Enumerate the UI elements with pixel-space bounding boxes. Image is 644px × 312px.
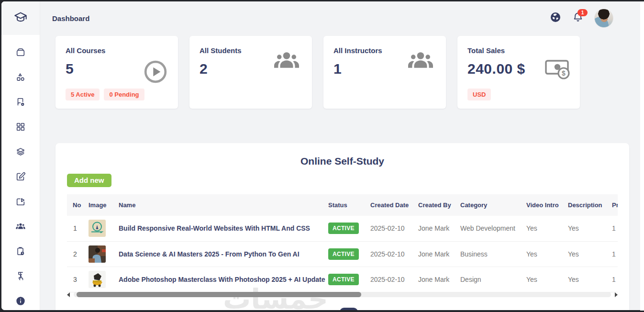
panel-title: Online Self-Study	[56, 156, 629, 167]
created-date: 2025-02-10	[367, 216, 415, 241]
video-intro: Yes	[523, 241, 565, 267]
course-name-link[interactable]: Adobe Photoshop Masterclass With Photosh…	[116, 267, 325, 292]
price: 1	[609, 216, 618, 241]
browser-scrollbar[interactable]	[640, 1, 644, 311]
card-all-courses: All Courses 5 5 Active 0 Pending	[56, 36, 178, 109]
col-description: Description	[565, 194, 609, 216]
apps-grid-icon	[15, 122, 26, 134]
scroll-left-arrow[interactable]	[67, 292, 70, 297]
users-group-icon	[406, 49, 435, 75]
user-avatar[interactable]	[594, 9, 613, 28]
active-count-badge: 5 Active	[66, 89, 100, 100]
sidebar-item-share[interactable]	[14, 197, 27, 208]
horizontal-scrollbar	[67, 291, 618, 298]
bookmark-video-icon	[15, 97, 26, 109]
page-title: Dashboard	[52, 14, 89, 22]
app-window: Dashboard 1 All Courses 5 5 Active 0 P	[0, 0, 642, 312]
card-all-students: All Students 2	[189, 36, 312, 109]
svg-text:$: $	[562, 69, 566, 77]
created-date: 2025-02-10	[367, 241, 415, 267]
video-intro: Yes	[523, 216, 565, 241]
share-icon	[15, 196, 26, 209]
sidebar-nav	[1, 35, 40, 307]
status-badge: ACTIVE	[328, 223, 359, 234]
header-actions: 1	[549, 9, 638, 28]
add-new-button[interactable]: Add new	[67, 174, 111, 187]
courses-table: No Image Name Status Created Date Create…	[67, 194, 618, 292]
card-all-instructors: All Instructors 1	[323, 36, 446, 109]
sidebar-item-categories[interactable]	[14, 73, 27, 83]
sidebar-item-reports[interactable]	[14, 247, 27, 257]
description: Yes	[565, 241, 609, 267]
courses-panel: Online Self-Study Add new No Image Name …	[56, 143, 629, 310]
col-status: Status	[325, 194, 367, 216]
sidebar-item-edit[interactable]	[14, 172, 27, 183]
sidebar-item-modules[interactable]	[14, 123, 27, 133]
row-number: 2	[67, 241, 86, 267]
globe-icon	[550, 11, 561, 25]
card-title: All Courses	[66, 46, 168, 55]
card-total-sales: Total Sales 240.00 $ USD $	[457, 36, 580, 109]
col-video-intro: Video Intro	[523, 194, 565, 216]
app-logo[interactable]	[1, 1, 40, 35]
bottom-partial-button[interactable]	[340, 308, 358, 310]
course-name-link[interactable]: Data Science & AI Masters 2025 - From Py…	[116, 241, 325, 267]
created-by: Jone Mark	[415, 267, 457, 292]
status-badge: ACTIVE	[328, 248, 359, 260]
col-image: Image	[86, 194, 116, 216]
notifications-button[interactable]: 1	[572, 12, 584, 24]
row-number: 1	[67, 216, 86, 241]
description: Yes	[565, 216, 609, 241]
course-thumbnail	[89, 220, 106, 237]
currency-badge: USD	[467, 89, 491, 100]
sidebar-item-info[interactable]	[14, 297, 27, 307]
course-thumbnail	[89, 271, 106, 288]
created-date: 2025-02-10	[367, 267, 415, 292]
shapes-icon	[15, 72, 26, 84]
top-header: Dashboard 1	[40, 1, 638, 35]
sidebar-item-students[interactable]	[14, 222, 27, 233]
price: 1	[609, 267, 618, 292]
scrollbar-track[interactable]	[74, 292, 611, 297]
clipboard-clock-icon	[15, 246, 26, 258]
users-icon	[15, 221, 26, 234]
col-no: No	[67, 194, 86, 216]
category: Web Development	[457, 216, 523, 241]
archive-box-icon	[15, 47, 26, 59]
col-category: Category	[457, 194, 523, 216]
table-row: 2 Data Science & AI Masters 2025 - From …	[67, 241, 618, 267]
sidebar-item-levels[interactable]	[14, 147, 27, 158]
graduation-cap-icon	[14, 11, 27, 26]
created-by: Jone Mark	[415, 216, 457, 241]
course-name-link[interactable]: Build Responsive Real-World Websites Wit…	[116, 216, 325, 241]
scroll-right-arrow[interactable]	[615, 292, 618, 297]
money-banknote-icon: $	[544, 58, 571, 83]
scrollbar-thumb[interactable]	[77, 292, 361, 297]
table-header-row: No Image Name Status Created Date Create…	[67, 194, 618, 216]
sidebar-item-media[interactable]	[14, 98, 27, 108]
language-globe-button[interactable]	[549, 12, 562, 24]
table-row: 3 Adobe Photoshop Masterclass With Photo…	[67, 267, 618, 292]
video-intro: Yes	[523, 267, 565, 292]
play-circle-icon	[144, 60, 167, 86]
col-created-by: Created By	[415, 194, 457, 216]
status-badge: ACTIVE	[328, 274, 359, 285]
col-price: Price	[609, 194, 618, 216]
category: Business	[457, 241, 523, 267]
col-name: Name	[116, 194, 325, 216]
col-created-date: Created Date	[367, 194, 415, 216]
notification-count-badge: 1	[577, 9, 588, 16]
edit-icon	[15, 171, 26, 184]
sidebar-item-courses[interactable]	[14, 48, 27, 58]
install-hand-icon	[15, 271, 26, 283]
courses-table-viewport: No Image Name Status Created Date Create…	[67, 194, 618, 292]
price: 1	[609, 241, 618, 267]
row-number: 3	[67, 267, 86, 292]
layers-icon	[15, 146, 26, 159]
info-icon	[15, 296, 26, 308]
course-thumbnail	[89, 245, 106, 263]
sidebar-item-install[interactable]	[14, 272, 27, 282]
card-title: Total Sales	[467, 46, 570, 55]
sidebar	[1, 1, 40, 310]
category: Design	[457, 267, 523, 292]
